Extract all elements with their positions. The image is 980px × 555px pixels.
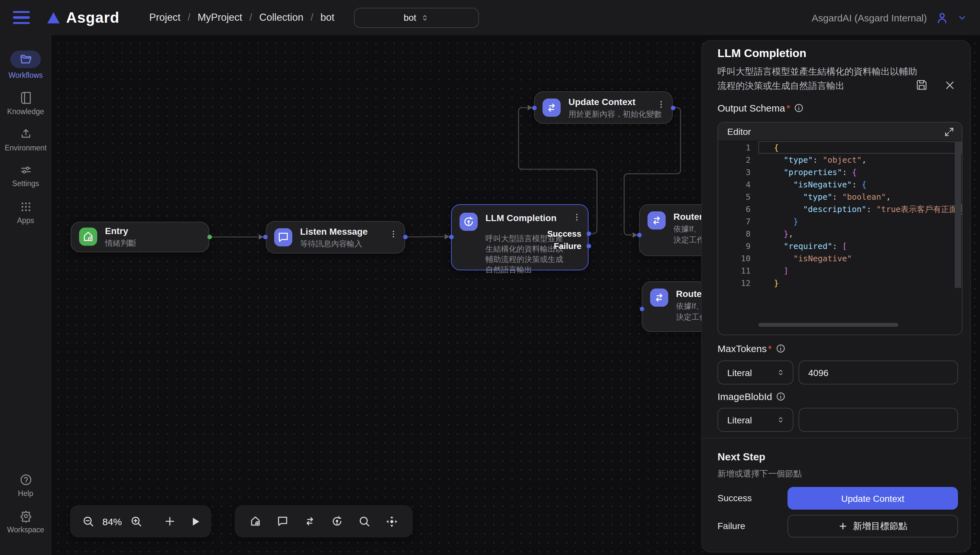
llm-cycle-bulb-icon[interactable] <box>331 515 344 528</box>
line-number: 2 <box>718 154 758 166</box>
port-llm-failure[interactable] <box>586 244 591 248</box>
code-area[interactable]: 1{2"type": "object",3"properties": {4"is… <box>718 141 962 329</box>
code-line[interactable]: 2"type": "object", <box>718 154 962 166</box>
menu-icon[interactable] <box>13 11 30 24</box>
code-line[interactable]: 5"type": "boolean", <box>718 191 962 203</box>
sidebar-item-label: Workflows <box>8 71 43 79</box>
port-listen-in[interactable] <box>263 235 268 239</box>
port-llm-in[interactable] <box>449 234 453 239</box>
editor-vertical-scrollbar[interactable] <box>955 141 961 288</box>
house-plus-icon[interactable] <box>249 515 262 528</box>
sidebar-item-label: Apps <box>17 217 34 225</box>
node-menu-icon[interactable] <box>572 212 581 224</box>
success-target-button[interactable]: Update Context <box>788 487 958 510</box>
info-icon[interactable] <box>794 103 804 113</box>
line-number: 10 <box>718 252 758 265</box>
sidebar-item-knowledge[interactable]: Knowledge <box>0 91 51 115</box>
search-icon[interactable] <box>358 515 371 528</box>
node-update-context[interactable]: Update Context 用於更新內容，初始化變數 <box>534 91 673 124</box>
line-number: 5 <box>718 191 758 203</box>
node-title: Update Context <box>568 96 662 107</box>
node-subtitle: 情緒判斷 <box>105 239 136 248</box>
sidebar-item-label: Knowledge <box>7 107 44 115</box>
swap-arrows-icon <box>650 289 668 307</box>
play-icon[interactable] <box>189 515 202 528</box>
brand-name: Asgard <box>66 9 120 26</box>
button-label: 新增目標節點 <box>853 520 907 532</box>
sidebar-item-settings[interactable]: Settings <box>0 164 51 188</box>
port-update-context-in[interactable] <box>532 105 536 110</box>
port-listen-out[interactable] <box>403 235 407 239</box>
sidebar-item-apps[interactable]: Apps <box>0 201 51 225</box>
workflow-selector-value: bot <box>404 12 416 23</box>
sidebar-item-environment[interactable]: Environment <box>0 128 51 152</box>
user-icon[interactable] <box>935 11 949 24</box>
breadcrumb-bot[interactable]: bot <box>320 12 335 23</box>
select-value: Literal <box>727 367 752 378</box>
swap-arrows-icon[interactable] <box>303 515 316 528</box>
port-llm-success[interactable] <box>586 231 591 236</box>
node-llm-completion[interactable]: LLM Completion 呼叫大型語言模型並產 生結構化的資料輸出以 輔助流… <box>451 204 589 270</box>
editor-horizontal-scrollbar[interactable] <box>758 323 898 327</box>
code-line[interactable]: 12} <box>718 277 962 289</box>
max-tokens-input[interactable] <box>799 361 958 385</box>
breadcrumb-project[interactable]: Project <box>149 12 181 23</box>
port-label-success: Success <box>547 229 581 239</box>
port-router-top-in[interactable] <box>637 233 641 237</box>
code-line[interactable]: 3"properties": { <box>718 166 962 178</box>
node-menu-icon[interactable] <box>389 229 398 241</box>
add-icon[interactable] <box>163 515 176 528</box>
canvas-zoom-toolbar: 84% <box>70 505 211 537</box>
breadcrumb: Project / MyProject / Collection / bot <box>149 12 335 23</box>
workflow-selector[interactable]: bot <box>354 8 479 27</box>
sidebar-item-workflows[interactable]: Workflows <box>0 51 51 79</box>
node-entry[interactable]: Entry 情緒判斷 <box>70 221 209 252</box>
brand: Asgard <box>46 9 120 26</box>
line-number: 8 <box>718 228 758 240</box>
port-update-context-out[interactable] <box>671 105 675 110</box>
sidebar-item-label: Environment <box>5 144 46 152</box>
next-step-title: Next Step <box>717 451 765 463</box>
code-line[interactable]: 8}, <box>718 228 962 240</box>
node-title: LLM Completion <box>485 212 556 223</box>
save-icon[interactable] <box>916 79 927 91</box>
chevron-down-icon[interactable] <box>957 13 967 22</box>
port-router-bottom-in[interactable] <box>639 306 644 311</box>
image-blob-id-input[interactable] <box>799 408 958 432</box>
code-line[interactable]: 11] <box>718 265 962 277</box>
code-line[interactable]: 7} <box>718 215 962 228</box>
node-listen-message[interactable]: Listen Message 等待訊息內容輸入 <box>266 221 405 253</box>
failure-add-target-button[interactable]: 新增目標節點 <box>788 515 958 537</box>
sidebar-item-label: Workspace <box>7 526 45 534</box>
move-diamond-icon[interactable] <box>385 515 399 528</box>
breadcrumb-myproject[interactable]: MyProject <box>198 12 242 23</box>
max-tokens-label: MaxTokens <box>717 343 785 354</box>
account-label: AsgardAI (Asgard Internal) <box>812 12 927 23</box>
node-subtitle: 用於更新內容，初始化變數 <box>568 109 662 119</box>
image-blob-id-mode-select[interactable]: Literal <box>717 408 793 432</box>
expand-icon[interactable] <box>944 127 954 136</box>
node-menu-icon[interactable] <box>657 100 666 112</box>
folder-open-icon <box>19 53 32 66</box>
plus-icon <box>838 521 848 531</box>
zoom-level: 84% <box>102 516 122 527</box>
code-line[interactable]: 9"required": [ <box>718 240 962 252</box>
close-icon[interactable] <box>944 80 955 91</box>
success-row-label: Success <box>717 493 752 503</box>
port-entry-out[interactable] <box>207 235 211 239</box>
zoom-out-icon[interactable] <box>82 515 94 528</box>
code-line[interactable]: 6"description": "true表示客戶有正面情緒 <box>718 203 962 215</box>
code-line[interactable]: 10"isNegative" <box>718 252 962 265</box>
info-icon[interactable] <box>776 391 786 401</box>
code-line[interactable]: 1{ <box>718 141 962 154</box>
info-icon[interactable] <box>775 343 785 353</box>
book-icon <box>19 91 32 104</box>
breadcrumb-collection[interactable]: Collection <box>259 12 303 23</box>
code-line[interactable]: 4"isNegative": { <box>718 178 962 191</box>
sidebar-item-help[interactable]: Help <box>0 473 51 497</box>
zoom-in-icon[interactable] <box>130 515 143 528</box>
chat-bubble-icon[interactable] <box>276 515 289 528</box>
sidebar-item-workspace[interactable]: Workspace <box>0 510 51 534</box>
max-tokens-mode-select[interactable]: Literal <box>717 361 793 385</box>
node-description: 呼叫大型語言模型並產 生結構化的資料輸出以 輔助流程的決策或生成 自然語言輸出 <box>485 233 588 274</box>
